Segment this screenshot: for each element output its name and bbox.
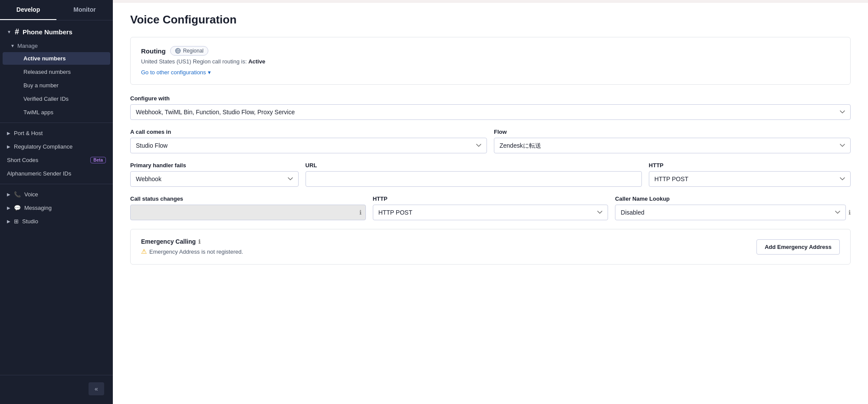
configure-with-select[interactable]: Webhook, TwiML Bin, Function, Studio Flo… <box>130 104 851 120</box>
call-status-input[interactable] <box>130 205 366 220</box>
info-icon-emergency[interactable]: ℹ <box>198 238 201 245</box>
studio-label: Studio <box>22 218 38 225</box>
routing-description: United States (US1) Region call routing … <box>141 58 840 65</box>
sidebar-group-port-host[interactable]: ▶ Port & Host <box>0 126 113 140</box>
emergency-warning: ⚠ Emergency Address is not registered. <box>141 248 243 255</box>
routing-label: Routing <box>141 47 166 55</box>
sidebar-collapse-button[interactable]: « <box>89 382 104 395</box>
chevron-right-icon: ▶ <box>7 131 10 136</box>
flow-select[interactable]: Zendeskに転送 <box>494 138 851 153</box>
primary-handler-row: Primary handler fails Webhook URL HTTP H… <box>130 162 851 187</box>
sidebar-tabs: Develop Monitor <box>0 0 113 20</box>
call-comes-in-select[interactable]: Studio Flow <box>130 138 487 153</box>
call-comes-in-flow-row: A call comes in Studio Flow Flow Zendesk… <box>130 129 851 153</box>
chat-icon: 💬 <box>14 205 21 211</box>
caller-name-lookup-label: Caller Name Lookup <box>615 195 851 202</box>
call-status-row: Call status changes ℹ HTTP HTTP POST Cal… <box>130 195 851 220</box>
sidebar-item-released-numbers[interactable]: Released numbers <box>3 66 110 78</box>
url-label: URL <box>306 162 642 169</box>
routing-card: Routing Regional United States (US1) Reg… <box>130 37 851 85</box>
caller-name-lookup-select[interactable]: Disabled <box>615 205 846 220</box>
port-host-label: Port & Host <box>14 130 43 136</box>
sidebar-group-regulatory[interactable]: ▶ Regulatory Compliance <box>0 140 113 153</box>
http-group: HTTP HTTP POST <box>649 162 851 187</box>
call-comes-in-label: A call comes in <box>130 129 487 135</box>
tab-monitor[interactable]: Monitor <box>56 0 113 20</box>
sidebar-item-twiml-apps[interactable]: TwiML apps <box>3 106 110 119</box>
chevron-down-icon: ▼ <box>7 30 11 34</box>
call-status-group: Call status changes ℹ <box>130 195 366 220</box>
configure-with-section: Configure with Webhook, TwiML Bin, Funct… <box>130 95 851 120</box>
chevron-right-icon-studio: ▶ <box>7 219 10 224</box>
emergency-card: Emergency Calling ℹ ⚠ Emergency Address … <box>130 229 851 265</box>
sidebar-group-voice[interactable]: ▶ 📞 Voice <box>0 188 113 201</box>
messaging-label: Messaging <box>24 205 52 211</box>
url-input[interactable] <box>306 171 642 187</box>
regional-badge-label: Regional <box>183 48 204 54</box>
add-emergency-address-button[interactable]: Add Emergency Address <box>756 239 840 255</box>
call-status-label: Call status changes <box>130 195 366 202</box>
sidebar-group-messaging[interactable]: ▶ 💬 Messaging <box>0 201 113 215</box>
phone-numbers-label: Phone Numbers <box>23 28 72 36</box>
sidebar: Develop Monitor ▼ # Phone Numbers ▼ Mana… <box>0 0 113 404</box>
warning-triangle-icon: ⚠ <box>141 248 147 255</box>
phone-icon: 📞 <box>14 191 21 198</box>
regulatory-label: Regulatory Compliance <box>14 143 72 150</box>
url-group: URL <box>306 162 642 187</box>
hash-icon: # <box>15 27 19 36</box>
sidebar-item-active-numbers[interactable]: Active numbers <box>3 52 110 65</box>
sidebar-item-verified-caller-ids[interactable]: Verified Caller IDs <box>3 93 110 105</box>
beta-badge: Beta <box>90 157 106 163</box>
short-codes-label: Short Codes <box>7 157 38 163</box>
flow-group: Flow Zendeskに転送 <box>494 129 851 153</box>
call-comes-in-group: A call comes in Studio Flow <box>130 129 487 153</box>
sidebar-section-phone-numbers[interactable]: ▼ # Phone Numbers <box>0 20 113 40</box>
chevron-right-icon-voice: ▶ <box>7 192 10 197</box>
emergency-title: Emergency Calling ℹ <box>141 238 243 245</box>
http2-group: HTTP HTTP POST <box>373 195 608 220</box>
emergency-warning-text: Emergency Address is not registered. <box>149 248 243 255</box>
sidebar-group-alphanumeric[interactable]: Alphanumeric Sender IDs <box>0 167 113 180</box>
studio-icon: ⊞ <box>14 218 19 225</box>
call-status-input-wrapper: ℹ <box>130 205 366 220</box>
main-content: Voice Configuration Routing Regional Uni… <box>113 0 868 404</box>
flow-label: Flow <box>494 129 851 135</box>
info-icon-call-status[interactable]: ℹ <box>359 209 362 216</box>
manage-label: Manage <box>17 43 38 49</box>
chevron-right-icon-messaging: ▶ <box>7 205 10 210</box>
globe-icon <box>175 48 181 54</box>
http2-label: HTTP <box>373 195 608 202</box>
info-icon-caller-lookup[interactable]: ℹ <box>848 209 851 216</box>
alphanumeric-label: Alphanumeric Sender IDs <box>7 170 71 177</box>
caller-name-lookup-group: Caller Name Lookup Disabled ℹ <box>615 195 851 220</box>
primary-handler-group: Primary handler fails Webhook <box>130 162 299 187</box>
sidebar-group-short-codes[interactable]: Short Codes Beta <box>0 153 113 167</box>
page-title: Voice Configuration <box>130 13 851 26</box>
divider-2 <box>0 184 113 184</box>
chevron-down-icon-manage: ▼ <box>10 43 15 48</box>
tab-develop[interactable]: Develop <box>0 0 56 20</box>
goto-other-configs-link[interactable]: Go to other configurations ▾ <box>141 69 840 76</box>
divider-1 <box>0 123 113 123</box>
chevron-right-icon-reg: ▶ <box>7 144 10 149</box>
routing-row: Routing Regional <box>141 46 840 56</box>
http-select[interactable]: HTTP POST <box>649 171 851 187</box>
divider-3 <box>0 375 113 375</box>
regional-badge[interactable]: Regional <box>170 46 208 56</box>
chevron-down-icon-goto: ▾ <box>208 69 211 76</box>
sidebar-manage-header[interactable]: ▼ Manage <box>0 40 113 52</box>
http-label: HTTP <box>649 162 851 169</box>
primary-handler-label: Primary handler fails <box>130 162 299 169</box>
emergency-left: Emergency Calling ℹ ⚠ Emergency Address … <box>141 238 243 255</box>
configure-with-label: Configure with <box>130 95 851 102</box>
voice-label: Voice <box>24 191 38 198</box>
sidebar-item-buy-a-number[interactable]: Buy a number <box>3 79 110 92</box>
http2-select[interactable]: HTTP POST <box>373 205 608 220</box>
sidebar-group-studio[interactable]: ▶ ⊞ Studio <box>0 215 113 228</box>
primary-handler-select[interactable]: Webhook <box>130 171 299 187</box>
